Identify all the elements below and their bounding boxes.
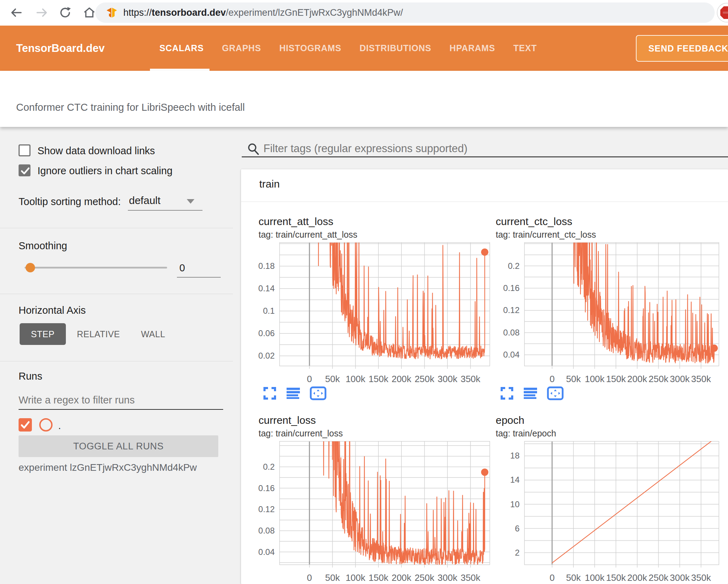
- divider: [0, 228, 233, 228]
- forward-icon[interactable]: [35, 6, 48, 19]
- svg-text:0: 0: [307, 572, 312, 583]
- svg-text:0.02: 0.02: [258, 351, 275, 360]
- url-path: /experiment/lzGnETjwRxC3yghNMd4kPw/: [226, 7, 403, 18]
- experiment-title: Conformer CTC training for LibriSpeech w…: [16, 102, 245, 113]
- svg-text:150k: 150k: [369, 572, 389, 583]
- nav-tabs: SCALARSGRAPHSHISTOGRAMSDISTRIBUTIONSHPAR…: [159, 26, 537, 71]
- chart-title: current_loss: [259, 414, 495, 426]
- svg-text:250k: 250k: [648, 374, 668, 384]
- smoothing-label: Smoothing: [19, 240, 67, 252]
- filter-tags-underline: [242, 156, 728, 157]
- svg-text:0.12: 0.12: [258, 504, 275, 514]
- back-icon[interactable]: [10, 6, 23, 19]
- svg-text:10: 10: [510, 500, 520, 509]
- app-logo: TensorBoard.dev: [16, 26, 105, 71]
- data-table-icon[interactable]: [286, 386, 301, 400]
- chevron-down-icon[interactable]: [187, 199, 194, 204]
- svg-text:100k: 100k: [345, 572, 365, 583]
- tab-scalars[interactable]: SCALARS: [159, 43, 204, 53]
- fit-domain-icon[interactable]: [310, 386, 327, 400]
- fullscreen-icon[interactable]: [263, 386, 277, 400]
- axis-button-step[interactable]: STEP: [20, 323, 66, 345]
- filter-tags-input[interactable]: Filter tags (regular expressions support…: [263, 142, 467, 155]
- chart-plot-epoch[interactable]: 26101418050k100k150k200k250k300k350k: [489, 439, 724, 584]
- chart-title: current_ctc_loss: [496, 216, 724, 228]
- toggle-all-runs-button[interactable]: TOGGLE ALL RUNS: [19, 435, 218, 457]
- svg-text:0.08: 0.08: [503, 328, 520, 337]
- smoothing-value[interactable]: 0: [179, 262, 185, 274]
- svg-text:0.06: 0.06: [258, 328, 275, 338]
- run-checkbox[interactable]: [19, 418, 32, 432]
- tab-text[interactable]: TEXT: [513, 43, 537, 53]
- ignore-outliers-label[interactable]: Ignore outliers in chart scaling: [37, 165, 172, 177]
- chart-toolbar: [263, 386, 327, 400]
- url-text: https://tensorboard.dev/experiment/lzGnE…: [123, 2, 403, 23]
- svg-text:6: 6: [515, 524, 520, 533]
- axis-button-relative[interactable]: RELATIVE: [75, 323, 122, 345]
- data-table-icon[interactable]: [523, 386, 538, 400]
- chart-title: current_att_loss: [259, 216, 495, 228]
- smoothing-slider-track[interactable]: [25, 267, 167, 269]
- fullscreen-icon[interactable]: [500, 386, 514, 400]
- send-feedback-button[interactable]: SEND FEEDBACK: [636, 35, 728, 62]
- search-icon: [246, 142, 260, 156]
- svg-text:350k: 350k: [461, 572, 481, 583]
- tensorboard-page: https://tensorboard.dev/experiment/lzGnE…: [0, 0, 728, 584]
- svg-text:50k: 50k: [325, 374, 340, 384]
- svg-text:0: 0: [550, 374, 555, 384]
- chart-plot-current_att_loss[interactable]: 0.020.060.10.140.18050k100k150k200k250k3…: [252, 240, 495, 387]
- ignore-outliers-checkbox[interactable]: [19, 164, 30, 176]
- svg-text:50k: 50k: [325, 572, 340, 583]
- divider: [0, 294, 233, 294]
- tab-distributions[interactable]: DISTRIBUTIONS: [359, 43, 431, 53]
- chart-current_ctc_loss: current_ctc_losstag: train/current_ctc_l…: [489, 216, 724, 388]
- tab-histograms[interactable]: HISTOGRAMS: [279, 43, 341, 53]
- chart-title: epoch: [496, 414, 724, 426]
- run-color-swatch: [39, 418, 53, 432]
- svg-text:0.2: 0.2: [508, 261, 520, 271]
- svg-text:150k: 150k: [606, 572, 626, 583]
- svg-text:150k: 150k: [606, 374, 626, 384]
- svg-text:0.14: 0.14: [258, 284, 275, 293]
- svg-text:150k: 150k: [369, 374, 389, 384]
- show-download-checkbox[interactable]: [19, 144, 30, 156]
- horizontal-axis-label: Horizontal Axis: [19, 305, 86, 316]
- svg-text:350k: 350k: [691, 374, 711, 384]
- svg-text:100k: 100k: [585, 374, 605, 384]
- runs-filter-underline: [19, 409, 223, 410]
- chart-plot-current_ctc_loss[interactable]: 0.040.080.120.160.2050k100k150k200k250k3…: [489, 240, 724, 387]
- tab-graphs[interactable]: GRAPHS: [222, 43, 261, 53]
- url-domain: tensorboard.dev: [152, 7, 226, 18]
- smoothing-slider-thumb[interactable]: [26, 263, 35, 272]
- runs-filter-input[interactable]: Write a regex to filter runs: [19, 394, 135, 406]
- fit-domain-icon[interactable]: [547, 386, 564, 400]
- chart-plot-current_loss[interactable]: 0.040.080.120.160.2050k100k150k200k250k3…: [252, 439, 495, 584]
- check-icon: [19, 418, 32, 432]
- url-bar[interactable]: https://tensorboard.dev/experiment/lzGnE…: [95, 2, 715, 23]
- svg-text:200k: 200k: [392, 374, 412, 384]
- svg-text:0.1: 0.1: [263, 306, 275, 315]
- svg-text:0.16: 0.16: [258, 483, 275, 493]
- reload-icon[interactable]: [59, 6, 72, 19]
- svg-text:0.04: 0.04: [503, 350, 520, 359]
- runs-label: Runs: [19, 371, 42, 382]
- svg-text:18: 18: [510, 451, 520, 460]
- red-octagon-icon: [717, 4, 728, 22]
- home-icon[interactable]: [83, 6, 96, 19]
- svg-text:0.2: 0.2: [263, 462, 275, 471]
- section-header-train[interactable]: train: [259, 178, 280, 190]
- chart-toolbar: [500, 386, 564, 400]
- tooltip-sorting-select[interactable]: default: [129, 195, 160, 206]
- experiment-note: experiment lzGnETjwRxC3yghNMd4kPw: [19, 462, 197, 473]
- svg-text:200k: 200k: [392, 572, 412, 583]
- svg-text:14: 14: [510, 475, 520, 484]
- axis-button-wall[interactable]: WALL: [130, 323, 176, 345]
- experiment-title-band: Conformer CTC training for LibriSpeech w…: [0, 71, 728, 127]
- chart-tag: tag: train/current_att_loss: [259, 230, 495, 240]
- svg-text:0.12: 0.12: [503, 305, 520, 315]
- show-download-label[interactable]: Show data download links: [37, 145, 155, 157]
- extension-icon[interactable]: [717, 3, 728, 22]
- chart-tag: tag: train/current_loss: [259, 428, 495, 439]
- tab-hparams[interactable]: HPARAMS: [449, 43, 495, 53]
- svg-text:350k: 350k: [461, 374, 481, 384]
